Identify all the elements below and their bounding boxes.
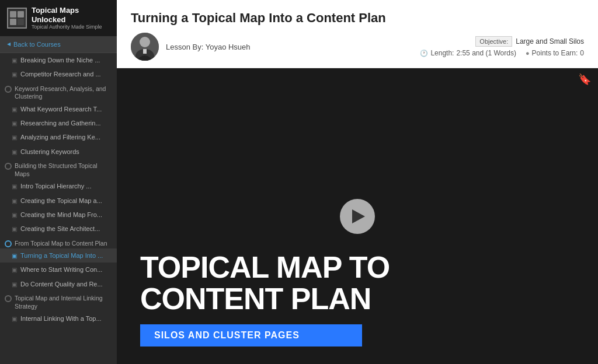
sidebar-item-creating-mindmap[interactable]: ▣ Creating the Mind Map Fro... xyxy=(0,208,117,222)
video-line1: TOPICAL MAP TO xyxy=(140,251,575,284)
length-value: 2:55 and (1 Words) xyxy=(456,49,516,57)
content-plan-section-header-row: From Topical Map to Content Plan xyxy=(0,236,117,249)
bookmark-button[interactable]: 🔖 xyxy=(578,73,591,86)
doc-icon-14: ▣ xyxy=(12,315,18,323)
svg-rect-7 xyxy=(143,49,147,54)
topical-section-header-row: Building the Structured Topical Maps xyxy=(0,159,117,179)
keyword-section-label: Keyword Research, Analysis, and Clusteri… xyxy=(15,85,111,101)
sidebar-item-what-keyword[interactable]: ▣ What Keyword Research T... xyxy=(0,102,117,116)
sidebar-item-clustering[interactable]: ▣ Clustering Keywords xyxy=(0,145,117,159)
objective-label: Objective: xyxy=(475,36,512,47)
doc-icon-4: ▣ xyxy=(12,120,18,127)
svg-rect-2 xyxy=(10,19,16,25)
play-button[interactable] xyxy=(340,199,375,234)
objective-row: Objective: Large and Small Silos xyxy=(475,36,584,47)
logo-subtitle: Topical Authority Made Simple xyxy=(32,24,110,30)
sidebar-item-breaking-down[interactable]: ▣ Breaking Down the Niche ... xyxy=(0,53,117,67)
lesson-by-text: Lesson By: Yoyao Hsueh xyxy=(166,43,251,51)
page-title: Turning a Topical Map Into a Content Pla… xyxy=(131,10,584,26)
doc-icon-12: ▣ xyxy=(12,266,18,274)
sidebar-section-topical: Building the Structured Topical Maps ▣ I… xyxy=(0,159,117,236)
main-content: Turning a Topical Map Into a Content Pla… xyxy=(117,0,598,364)
content-plan-circle-indicator xyxy=(5,240,12,247)
sidebar-item-competitor-research[interactable]: ▣ Competitor Research and ... xyxy=(0,67,117,81)
sidebar-section-content-plan: From Topical Map to Content Plan ▣ Turni… xyxy=(0,236,117,292)
sidebar: Topical Maps Unlocked Topical Authority … xyxy=(0,0,117,364)
doc-icon-13: ▣ xyxy=(12,281,18,288)
svg-rect-0 xyxy=(10,11,16,18)
video-line2: CONTENT PLAN xyxy=(140,283,575,315)
play-icon xyxy=(352,209,365,223)
video-main-text: TOPICAL MAP TO CONTENT PLAN xyxy=(140,251,575,315)
length-item: 🕐 Length: 2:55 and (1 Words) xyxy=(420,49,516,57)
doc-icon-2: ▣ xyxy=(12,71,18,78)
svg-rect-1 xyxy=(18,11,24,18)
video-subtitle-text: SILOS AND CLUSTER PAGES xyxy=(154,330,300,340)
internal-linking-section-label: Topical Map and Internal Linking Strateg… xyxy=(15,295,111,310)
objective-value: Large and Small Silos xyxy=(516,37,584,46)
internal-linking-circle-indicator xyxy=(5,295,12,302)
points-item: ● Points to Earn: 0 xyxy=(526,49,584,57)
doc-icon: ▣ xyxy=(12,57,18,64)
internal-linking-header-row: Topical Map and Internal Linking Strateg… xyxy=(0,291,117,312)
sidebar-item-internal-linking[interactable]: ▣ Internal Linking With a Top... xyxy=(0,312,117,326)
avatar xyxy=(131,33,159,61)
sidebar-item-turning-topical[interactable]: ▣ Turning a Topical Map Into ... xyxy=(0,249,117,262)
logo-title: Topical Maps Unlocked xyxy=(32,6,110,24)
lesson-author: Lesson By: Yoyao Hsueh xyxy=(131,33,251,61)
clock-icon: 🕐 xyxy=(420,50,428,57)
doc-icon-3: ▣ xyxy=(12,106,18,113)
back-to-courses-button[interactable]: Back to Courses xyxy=(0,36,117,53)
sidebar-item-analyzing[interactable]: ▣ Analyzing and Filtering Ke... xyxy=(0,130,117,144)
meta-row: 🕐 Length: 2:55 and (1 Words) ● Points to… xyxy=(420,49,584,57)
logo-text: Topical Maps Unlocked Topical Authority … xyxy=(32,6,110,30)
doc-icon-10: ▣ xyxy=(12,225,18,233)
sidebar-logo: Topical Maps Unlocked Topical Authority … xyxy=(0,0,117,36)
lesson-info: Objective: Large and Small Silos 🕐 Lengt… xyxy=(420,36,584,57)
doc-icon-5: ▣ xyxy=(12,134,18,141)
logo-icon xyxy=(7,8,27,29)
video-container[interactable]: TOPICAL MAP TO CONTENT PLAN SILOS AND CL… xyxy=(117,68,598,364)
sidebar-item-creating-topical[interactable]: ▣ Creating the Topical Map a... xyxy=(0,194,117,208)
doc-icon-9: ▣ xyxy=(12,211,18,219)
points-label: Points to Earn: xyxy=(532,49,578,57)
keyword-circle-indicator xyxy=(5,86,12,93)
topical-circle-indicator xyxy=(5,163,12,170)
video-subtitle-bar: SILOS AND CLUSTER PAGES xyxy=(140,324,362,346)
sidebar-item-creating-site[interactable]: ▣ Creating the Site Architect... xyxy=(0,222,117,236)
topical-section-label: Building the Structured Topical Maps xyxy=(15,162,111,178)
sidebar-item-intro-hierarchy[interactable]: ▣ Intro Topical Hierarchy ... xyxy=(0,179,117,193)
sidebar-section-keyword: Keyword Research, Analysis, and Clusteri… xyxy=(0,82,117,159)
sidebar-item-researching[interactable]: ▣ Researching and Gatherin... xyxy=(0,116,117,130)
svg-rect-3 xyxy=(18,19,24,25)
points-value: 0 xyxy=(580,49,584,57)
points-icon: ● xyxy=(526,50,530,57)
doc-icon-8: ▣ xyxy=(12,197,18,205)
content-plan-section-label: From Topical Map to Content Plan xyxy=(15,240,107,248)
sidebar-item-do-content-quality[interactable]: ▣ Do Content Quality and Re... xyxy=(0,277,117,291)
svg-point-5 xyxy=(140,37,150,47)
doc-icon-7: ▣ xyxy=(12,183,18,190)
lesson-header: Turning a Topical Map Into a Content Pla… xyxy=(117,0,598,68)
doc-icon-6: ▣ xyxy=(12,148,18,156)
doc-icon-11: ▣ xyxy=(12,252,18,260)
sidebar-item-where-to-start[interactable]: ▣ Where to Start Writing Con... xyxy=(0,262,117,276)
length-label: Length: xyxy=(430,49,454,57)
keyword-section-header-row: Keyword Research, Analysis, and Clusteri… xyxy=(0,82,117,102)
sidebar-section-intro: ▣ Breaking Down the Niche ... ▣ Competit… xyxy=(0,53,117,82)
lesson-meta: Lesson By: Yoyao Hsueh Objective: Large … xyxy=(131,33,584,61)
sidebar-section-internal-linking: Topical Map and Internal Linking Strateg… xyxy=(0,291,117,326)
